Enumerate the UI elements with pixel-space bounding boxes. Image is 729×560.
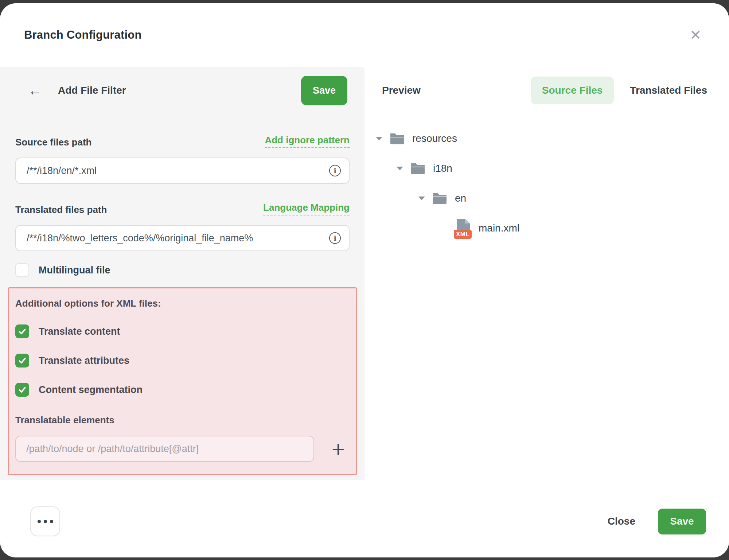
dialog-footer: Close Save [0,480,729,557]
tree-row-resources[interactable]: resources [364,129,729,148]
caret-down-icon[interactable] [418,197,425,200]
file-tree: resources i18n en [364,114,729,249]
translated-path-field: i [15,225,350,251]
file-filter-form: Source files path Add ignore pattern i T… [0,114,364,480]
dialog-titlebar: Branch Configuration ✕ [0,3,729,67]
xml-options-title: Additional options for XML files: [15,298,348,309]
add-element-button[interactable]: + [328,440,348,458]
translate-content-row: Translate content [15,324,348,338]
tree-row-en[interactable]: en [364,189,729,207]
back-icon[interactable]: ← [28,83,42,97]
content-segmentation-row: Content segmentation [15,383,348,397]
folder-icon [432,192,447,205]
translate-content-label: Translate content [39,326,120,337]
source-path-label-row: Source files path Add ignore pattern [15,135,350,148]
ellipsis-icon [44,520,47,523]
translatable-elements-input[interactable] [15,436,314,462]
translatable-elements-label: Translatable elements [15,415,348,426]
preview-header: Preview Source Files Translated Files [364,67,729,114]
add-ignore-pattern-link[interactable]: Add ignore pattern [265,135,350,148]
dialog-body: ← Add File Filter Save Source files path… [0,67,729,480]
xml-badge: XML [454,230,472,239]
folder-icon [390,132,405,145]
file-filter-title: Add File Filter [58,85,126,96]
content-segmentation-checkbox[interactable] [15,383,29,397]
tree-label: main.xml [479,222,519,234]
caret-down-icon[interactable] [397,167,403,170]
multilingual-checkbox[interactable] [15,263,29,277]
tree-label: resources [412,133,457,144]
dialog-title: Branch Configuration [24,28,142,42]
check-icon [17,385,27,394]
translatable-elements-row: + [15,436,348,462]
tree-row-i18n[interactable]: i18n [364,159,729,178]
tree-label: en [455,192,466,204]
file-filter-header: ← Add File Filter Save [0,67,364,114]
ellipsis-icon [50,520,53,523]
translate-content-checkbox[interactable] [15,324,29,338]
source-path-label: Source files path [15,137,92,148]
tree-row-main-xml[interactable]: XML main.xml [364,219,729,237]
info-icon[interactable]: i [329,165,341,176]
preview-title: Preview [382,85,421,96]
translate-attributes-row: Translate attributes [15,354,348,368]
tab-translated-files[interactable]: Translated Files [630,85,707,96]
ellipsis-icon [38,520,41,523]
file-filter-panel: ← Add File Filter Save Source files path… [0,67,364,480]
translate-attributes-label: Translate attributes [39,355,129,366]
more-options-button[interactable] [30,506,60,536]
tab-source-files[interactable]: Source Files [531,77,614,104]
multilingual-label: Multilingual file [39,265,110,276]
preview-tabs: Source Files Translated Files [531,77,707,104]
source-path-field: i [15,158,350,184]
dialog-close-button[interactable]: Close [605,515,638,528]
branch-configuration-dialog: Branch Configuration ✕ ← Add File Filter… [0,3,729,557]
translate-attributes-checkbox[interactable] [15,354,29,368]
dialog-save-button[interactable]: Save [658,509,706,534]
language-mapping-link[interactable]: Language Mapping [263,202,350,215]
close-icon[interactable]: ✕ [688,27,703,43]
translated-path-input[interactable] [15,225,350,251]
translated-path-label-row: Translated files path Language Mapping [15,202,350,215]
content-segmentation-label: Content segmentation [39,384,143,396]
tree-label: i18n [433,163,452,174]
xml-file-icon: XML [454,219,471,238]
check-icon [17,327,27,336]
source-path-input[interactable] [15,158,350,184]
check-icon [17,356,27,365]
folder-icon [410,162,425,175]
info-icon[interactable]: i [329,232,341,244]
preview-panel: Preview Source Files Translated Files re… [364,67,729,480]
xml-options-highlight-box: Additional options for XML files: Transl… [8,287,357,475]
multilingual-row: Multilingual file [15,263,350,277]
caret-down-icon[interactable] [376,137,382,140]
translated-path-label: Translated files path [15,204,107,215]
filter-save-button[interactable]: Save [301,76,347,105]
